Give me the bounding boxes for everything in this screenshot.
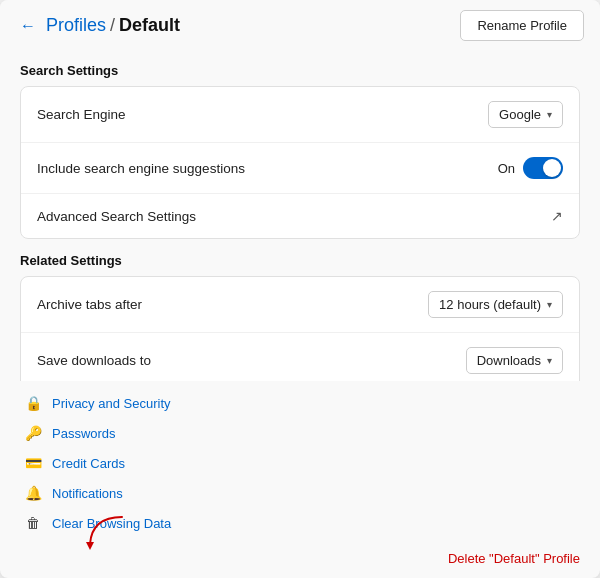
archive-tabs-label: Archive tabs after [37,297,142,312]
archive-tabs-value: 12 hours (default) [439,297,541,312]
search-settings-group: Search Engine Google ▾ Include search en… [20,86,580,239]
archive-tabs-dropdown[interactable]: 12 hours (default) ▾ [428,291,563,318]
suggestions-toggle-container: On [498,157,563,179]
chevron-down-icon: ▾ [547,355,552,366]
nav-item-privacy[interactable]: 🔒 Privacy and Security [20,389,580,417]
nav-item-passwords[interactable]: 🔑 Passwords [20,419,580,447]
settings-window: ← Profiles / Default Rename Profile Sear… [0,0,600,578]
toggle-knob [543,159,561,177]
advanced-search-row[interactable]: Advanced Search Settings ↗ [21,194,579,238]
credit-card-icon: 💳 [24,455,42,471]
advanced-search-label: Advanced Search Settings [37,209,196,224]
related-settings-group: Archive tabs after 12 hours (default) ▾ … [20,276,580,381]
nav-credit-cards-label: Credit Cards [52,456,125,471]
rename-profile-button[interactable]: Rename Profile [460,10,584,41]
arrow-indicator [82,512,137,550]
search-engine-dropdown[interactable]: Google ▾ [488,101,563,128]
breadcrumb-profiles-link[interactable]: Profiles [46,15,106,36]
breadcrumb-separator: / [110,15,115,36]
nav-privacy-label: Privacy and Security [52,396,171,411]
external-link-icon: ↗ [551,208,563,224]
suggestions-label: Include search engine suggestions [37,161,245,176]
key-icon: 🔑 [24,425,42,441]
nav-passwords-label: Passwords [52,426,116,441]
breadcrumb: Profiles / Default [46,15,180,36]
search-settings-title: Search Settings [20,63,580,78]
content-area: Search Settings Search Engine Google ▾ I… [0,47,600,381]
trash-icon: 🗑 [24,515,42,531]
nav-item-credit-cards[interactable]: 💳 Credit Cards [20,449,580,477]
save-downloads-value: Downloads [477,353,541,368]
lock-icon: 🔒 [24,395,42,411]
nav-item-notifications[interactable]: 🔔 Notifications [20,479,580,507]
search-engine-row: Search Engine Google ▾ [21,87,579,143]
suggestions-toggle[interactable] [523,157,563,179]
chevron-down-icon: ▾ [547,299,552,310]
related-settings-title: Related Settings [20,253,580,268]
back-button[interactable]: ← [16,15,40,37]
breadcrumb-current: Default [119,15,180,36]
nav-notifications-label: Notifications [52,486,123,501]
save-downloads-dropdown[interactable]: Downloads ▾ [466,347,563,374]
save-downloads-row: Save downloads to Downloads ▾ [21,333,579,381]
toggle-on-label: On [498,161,515,176]
title-bar-left: ← Profiles / Default [16,15,180,37]
bell-icon: 🔔 [24,485,42,501]
save-downloads-label: Save downloads to [37,353,151,368]
search-engine-control: Google ▾ [488,101,563,128]
svg-marker-0 [86,542,94,550]
chevron-down-icon: ▾ [547,109,552,120]
delete-profile-button[interactable]: Delete "Default" Profile [448,551,580,566]
archive-tabs-row: Archive tabs after 12 hours (default) ▾ [21,277,579,333]
search-engine-label: Search Engine [37,107,126,122]
title-bar: ← Profiles / Default Rename Profile [0,0,600,47]
suggestions-row: Include search engine suggestions On [21,143,579,194]
bottom-bar: Delete "Default" Profile [0,543,600,578]
search-engine-value: Google [499,107,541,122]
